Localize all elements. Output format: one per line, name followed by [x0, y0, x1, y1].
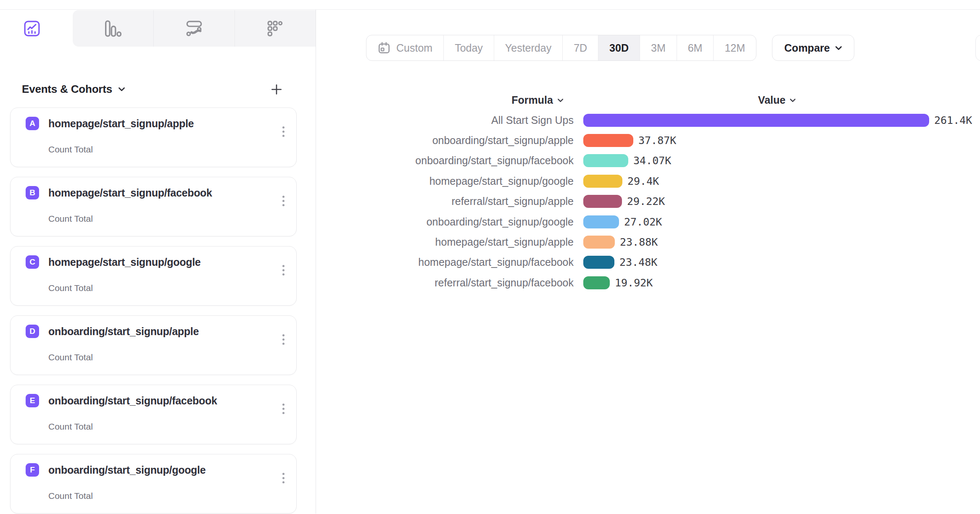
chart-bar[interactable]: [583, 154, 628, 167]
chart-row-label: homepage/start_signup/facebook: [316, 256, 574, 268]
chart-bar-value: 23.48K: [619, 256, 657, 268]
date-range-option[interactable]: 6M: [677, 35, 714, 60]
analytics-app: { "chart_type_tabs": [ { "name": "line-c…: [0, 0, 980, 514]
date-range-option[interactable]: Yesterday: [494, 35, 562, 60]
line-chart-icon: [24, 20, 40, 37]
event-list: A homepage/start_signup/apple Count Tota…: [0, 108, 316, 514]
event-card[interactable]: E onboarding/start_signup/facebook Count…: [10, 385, 297, 444]
chart-row: onboarding/start_signup/facebook 34.07K: [316, 151, 980, 171]
chart-bar-value: 261.4K: [934, 114, 972, 126]
event-card[interactable]: B homepage/start_signup/facebook Count T…: [10, 177, 297, 236]
chart-bar-value: 29.4K: [627, 175, 659, 187]
chart-row-label: onboarding/start_signup/apple: [316, 134, 574, 147]
chart-bar[interactable]: [583, 215, 619, 228]
chart-bar-value: 37.87K: [638, 134, 676, 147]
date-range-option[interactable]: 30D: [598, 35, 640, 60]
events-cohorts-header: Events & Cohorts: [22, 83, 283, 96]
flow-chart-icon: [186, 20, 203, 37]
chart-bar[interactable]: [583, 236, 615, 249]
chart-bar-value: 34.07K: [633, 155, 671, 167]
kebab-menu-icon[interactable]: [281, 402, 286, 416]
event-letter: E: [30, 396, 35, 405]
kebab-menu-icon[interactable]: [281, 333, 286, 346]
tab-bar-chart[interactable]: [73, 10, 153, 47]
chart-bar-value: 27.02K: [624, 216, 662, 228]
metrics-icon: [267, 21, 283, 37]
chart-row: onboarding/start_signup/apple 37.87K: [316, 130, 980, 150]
kebab-menu-icon[interactable]: [281, 263, 286, 277]
event-card[interactable]: D onboarding/start_signup/apple Count To…: [10, 315, 297, 375]
date-range-selector: Custom Today Yesterday 7D 30D 3M 6M 12M: [366, 35, 756, 61]
sidebar: Events & Cohorts A homepage/start_signup…: [0, 10, 316, 514]
chart-row-label: onboarding/start_signup/facebook: [316, 155, 574, 167]
event-metric: Count Total: [48, 422, 296, 432]
chart-row: referral/start_signup/apple 29.22K: [316, 191, 980, 212]
compare-button[interactable]: Compare: [772, 35, 854, 61]
event-metric: Count Total: [48, 283, 296, 293]
tab-flow-chart[interactable]: [153, 10, 234, 47]
event-name: homepage/start_signup/facebook: [48, 187, 212, 199]
chart-row: referral/start_signup/facebook 19.92K: [316, 273, 980, 293]
kebab-menu-icon[interactable]: [281, 471, 286, 485]
date-range-option-label: Yesterday: [505, 42, 551, 54]
date-range-option[interactable]: Custom: [366, 35, 443, 60]
date-range-option[interactable]: 12M: [713, 35, 756, 60]
date-range-option[interactable]: 7D: [562, 35, 598, 60]
formula-column-label: Formula: [511, 94, 553, 106]
chart-row-label: referral/start_signup/apple: [316, 195, 574, 207]
event-letter: D: [29, 327, 35, 336]
tab-metrics[interactable]: [234, 10, 316, 47]
inactive-tabs-group: [73, 10, 316, 47]
chart-bar[interactable]: [583, 175, 622, 188]
date-range-option-label: 12M: [724, 42, 745, 54]
date-range-option-label: 3M: [651, 42, 666, 54]
chart-row: All Start Sign Ups 261.4K: [316, 110, 980, 130]
chart-bar-value: 23.88K: [620, 236, 658, 248]
date-range-option[interactable]: 3M: [640, 35, 677, 60]
chart-bar[interactable]: [583, 276, 610, 289]
event-name: onboarding/start_signup/google: [48, 464, 205, 476]
chart-row: homepage/start_signup/google 29.4K: [316, 171, 980, 191]
event-letter-badge: B: [26, 186, 39, 199]
calendar-icon: [377, 41, 391, 55]
chart-bar-value: 19.92K: [615, 277, 653, 289]
date-range-option-label: Custom: [396, 42, 432, 54]
event-letter-badge: C: [26, 255, 39, 269]
date-range-option[interactable]: Today: [443, 35, 494, 60]
events-cohorts-title: Events & Cohorts: [22, 83, 112, 96]
clipped-edge-button[interactable]: [975, 35, 980, 61]
chart-bar[interactable]: [583, 256, 614, 269]
chart-row: homepage/start_signup/facebook 23.48K: [316, 252, 980, 273]
event-letter: B: [29, 188, 35, 197]
event-letter-badge: A: [26, 117, 39, 130]
event-card[interactable]: C homepage/start_signup/google Count Tot…: [10, 246, 297, 306]
chevron-down-icon: [118, 87, 125, 92]
event-metric: Count Total: [48, 144, 296, 155]
bar-chart-icon: [105, 20, 121, 37]
event-metric: Count Total: [48, 352, 296, 362]
chart-row-label: onboarding/start_signup/google: [316, 216, 574, 228]
chevron-down-icon: [557, 98, 564, 102]
chart-bar[interactable]: [583, 195, 622, 208]
kebab-menu-icon[interactable]: [281, 194, 286, 208]
date-range-option-label: 6M: [688, 42, 703, 54]
events-cohorts-dropdown[interactable]: Events & Cohorts: [22, 83, 125, 96]
event-letter-badge: D: [26, 325, 39, 338]
event-card[interactable]: F onboarding/start_signup/google Count T…: [10, 454, 297, 514]
chart-bar[interactable]: [583, 134, 633, 147]
chart-row-label: homepage/start_signup/google: [316, 175, 574, 187]
value-column-dropdown[interactable]: Value: [758, 94, 796, 106]
chart-bar[interactable]: [583, 114, 929, 127]
event-letter-badge: F: [26, 463, 39, 477]
event-card[interactable]: A homepage/start_signup/apple Count Tota…: [10, 108, 297, 167]
event-name: onboarding/start_signup/apple: [48, 325, 199, 338]
chevron-down-icon: [790, 98, 796, 102]
value-column-label: Value: [758, 94, 785, 106]
tab-line-chart[interactable]: [0, 10, 73, 47]
event-name: homepage/start_signup/google: [48, 256, 200, 268]
kebab-menu-icon[interactable]: [281, 125, 286, 139]
formula-column-dropdown[interactable]: Formula: [511, 94, 564, 106]
add-event-button[interactable]: [270, 83, 283, 96]
top-divider: [0, 0, 980, 10]
event-name: homepage/start_signup/apple: [48, 118, 194, 130]
